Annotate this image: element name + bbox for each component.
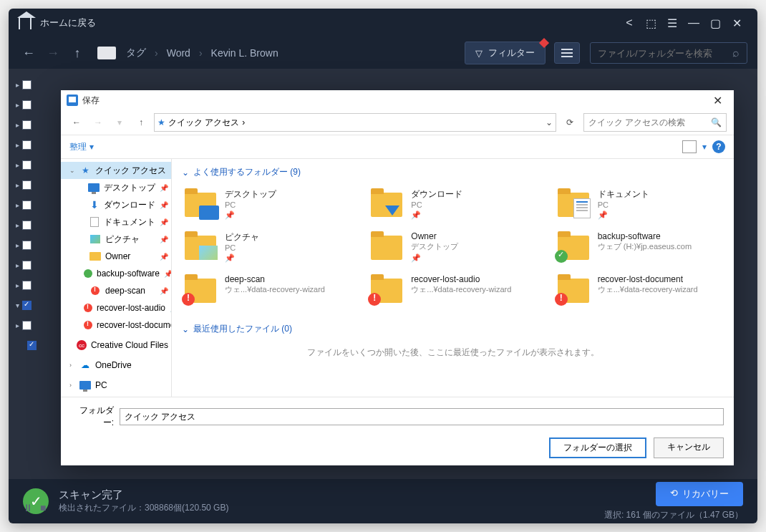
organize-button[interactable]: 整理 ▾ <box>69 141 94 153</box>
dialog-search-input[interactable] <box>588 117 711 127</box>
disk-icon[interactable] <box>97 47 116 59</box>
folder-field[interactable] <box>120 408 724 425</box>
star-icon: ★ <box>157 117 165 127</box>
dialog-close-icon[interactable]: ✕ <box>707 92 728 109</box>
pin-icon: 📌 <box>160 201 168 209</box>
sidebar-item[interactable]: ›☁OneDrive <box>61 357 171 374</box>
nav-up-icon[interactable]: ↑ <box>67 43 87 63</box>
sidebar-item[interactable]: ccCreative Cloud Files <box>61 337 171 354</box>
folder-item[interactable]: backup-softwareウェブ (H:)¥jp.easeus.com <box>555 228 724 266</box>
bookmark-icon[interactable]: ⬚ <box>640 12 661 34</box>
selection-info: 選択: 161 個のファイル（1.47 GB） <box>604 509 743 521</box>
sidebar-item[interactable]: recover-lost-audio📌 <box>61 299 171 316</box>
creative-cloud-icon: cc <box>77 340 87 350</box>
pin-icon: 📌 <box>160 218 168 226</box>
folder-item[interactable]: ドキュメントPC📌 <box>555 185 724 223</box>
folder-item[interactable]: Ownerデスクトップ📌 <box>368 228 537 266</box>
view-mode-icon[interactable] <box>682 140 697 153</box>
document-icon <box>573 198 591 218</box>
help-icon[interactable]: ? <box>712 140 725 153</box>
chevron-icon: › <box>69 382 75 389</box>
sidebar-item[interactable]: backup-software📌 <box>61 265 171 282</box>
path-bar[interactable]: ★ クイック アクセス › ⌄ <box>154 113 556 132</box>
sidebar-item[interactable]: ›PC <box>61 377 171 394</box>
dialog-titlebar: 保存 ✕ <box>61 90 734 110</box>
folder-name: backup-software <box>598 231 721 241</box>
hamburger-button[interactable] <box>554 42 580 64</box>
sidebar-item[interactable]: ピクチャ📌 <box>61 231 171 248</box>
minimize-icon[interactable]: — <box>683 12 704 34</box>
sidebar-item-label: recover-lost-document <box>97 320 172 330</box>
folder-item[interactable]: deep-scanウェ...¥data-recovery-wizard <box>182 271 351 309</box>
folder-item[interactable]: recover-lost-audioウェ...¥data-recovery-wi… <box>368 271 537 309</box>
statusbar: ✓ スキャン完了 検出されたファイル：308868個(120.50 GB) ⟲ … <box>9 479 757 523</box>
sidebar-item[interactable]: deep-scan📌 <box>61 282 171 299</box>
breadcrumb-tag[interactable]: タグ <box>126 47 146 59</box>
pause-icon[interactable]: ⏸ <box>23 502 33 513</box>
recovery-button[interactable]: ⟲ リカバリー <box>656 482 743 506</box>
section-frequent-folders[interactable]: ⌄ よく使用するフォルダー (9) <box>182 166 724 178</box>
folder-item[interactable]: デスクトップPC📌 <box>182 185 351 223</box>
breadcrumb: タグ › Word › Kevin L. Brown <box>126 47 278 59</box>
folder-item[interactable]: ダウンロードPC📌 <box>368 185 537 223</box>
section-recent-files[interactable]: ⌄ 最近使用したファイル (0) <box>182 323 724 335</box>
star-icon: ★ <box>79 165 91 175</box>
refresh-icon[interactable]: ⟳ <box>561 113 579 132</box>
search-icon[interactable]: 🔍 <box>711 117 722 127</box>
sidebar-item-label: ダウンロード <box>104 199 155 211</box>
folder-name: recover-lost-document <box>598 274 721 284</box>
scan-title: スキャン完了 <box>59 488 228 502</box>
dialog-toolbar: 整理 ▾ ▾ ? <box>61 135 734 159</box>
check-icon <box>555 250 568 263</box>
search-input[interactable] <box>598 48 728 59</box>
download-icon: ⬇ <box>89 200 100 210</box>
chevron-down-icon: ▾ <box>89 142 94 152</box>
home-icon[interactable] <box>19 16 31 29</box>
sidebar-item[interactable]: ⬇ダウンロード📌 <box>61 196 171 213</box>
search-icon[interactable]: ⌕ <box>732 47 740 59</box>
dialog-main-pane: ⌄ よく使用するフォルダー (9) デスクトップPC📌ダウンロードPC📌ドキュメ… <box>172 159 734 397</box>
close-icon[interactable]: ✕ <box>726 12 747 34</box>
menu-icon[interactable]: ☰ <box>661 12 683 34</box>
folder-icon <box>89 251 101 261</box>
document-icon <box>89 217 100 227</box>
folder-name: ドキュメント <box>598 188 721 200</box>
chevron-down-icon: ⌄ <box>182 324 189 334</box>
scan-detail: 検出されたファイル：308868個(120.50 GB) <box>59 502 228 514</box>
stop-icon[interactable]: ■ <box>40 502 46 513</box>
sidebar-item-label: backup-software <box>97 269 160 279</box>
dlg-back-icon[interactable]: ← <box>68 114 85 131</box>
cancel-button[interactable]: キャンセル <box>654 437 724 458</box>
chevron-down-icon[interactable]: ▾ <box>702 142 707 152</box>
pin-icon: 📌 <box>411 253 534 263</box>
folder-item[interactable]: ピクチャPC📌 <box>182 228 351 266</box>
breadcrumb-item[interactable]: Word <box>167 47 190 59</box>
check-icon <box>84 269 92 279</box>
folder-name: deep-scan <box>225 274 348 284</box>
nav-back-icon[interactable]: ← <box>19 43 39 63</box>
sidebar-item[interactable]: デスクトップ📌 <box>61 179 171 196</box>
share-icon[interactable]: < <box>619 12 640 34</box>
maximize-icon[interactable]: ▢ <box>704 12 726 34</box>
chevron-down-icon[interactable]: ⌄ <box>546 117 553 127</box>
home-label[interactable]: ホームに戻る <box>40 16 96 29</box>
chevron-right-icon: › <box>199 47 203 59</box>
sidebar-item-label: recover-lost-audio <box>97 303 165 313</box>
pin-icon: 📌 <box>160 184 168 192</box>
chevron-down-icon: ⌄ <box>182 168 189 178</box>
sidebar-item[interactable]: ⌄★クイック アクセス <box>61 162 171 179</box>
breadcrumb-item[interactable]: Kevin L. Brown <box>211 47 278 59</box>
nav-forward-icon: → <box>43 43 63 63</box>
dialog-sidebar: ⌄★クイック アクセスデスクトップ📌⬇ダウンロード📌ドキュメント📌ピクチャ📌Ow… <box>61 159 172 397</box>
filter-button[interactable]: ▽ フィルター <box>465 42 546 64</box>
pin-icon: 📌 <box>160 253 168 261</box>
dlg-dropdown-icon[interactable]: ▾ <box>111 114 128 131</box>
folder-item[interactable]: recover-lost-documentウェ...¥data-recovery… <box>555 271 724 309</box>
sidebar-item[interactable]: ドキュメント📌 <box>61 213 171 231</box>
monitor-icon <box>79 380 91 390</box>
dlg-up-icon[interactable]: ↑ <box>132 114 150 131</box>
select-folder-button[interactable]: フォルダーの選択 <box>549 437 646 458</box>
sidebar-item[interactable]: recover-lost-document📌 <box>61 316 171 334</box>
sidebar-item[interactable]: Owner📌 <box>61 248 171 265</box>
sidebar-item-label: ドキュメント <box>104 216 155 228</box>
